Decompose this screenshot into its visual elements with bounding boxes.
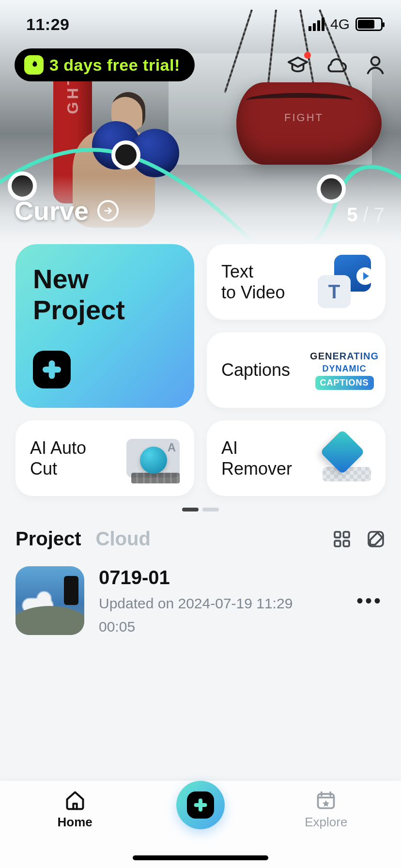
svg-point-3	[371, 57, 379, 65]
profile-button[interactable]	[364, 54, 386, 76]
free-trial-button[interactable]: 3 days free trial!	[15, 48, 195, 81]
text-to-video-button[interactable]: Text to Video T	[207, 244, 386, 320]
feature-counter-total: 7	[374, 204, 385, 225]
svg-rect-4	[335, 532, 340, 538]
feature-title: Curve	[15, 196, 89, 226]
nav-create-button[interactable]	[176, 781, 225, 829]
captions-label: Captions	[221, 359, 290, 380]
profile-icon	[364, 54, 386, 76]
project-thumbnail	[15, 566, 84, 635]
status-time: 11:29	[26, 15, 69, 34]
layout-grid-button[interactable]	[332, 529, 352, 549]
svg-rect-6	[335, 541, 340, 546]
svg-rect-7	[343, 541, 349, 546]
grid-icon	[332, 529, 352, 549]
free-trial-label: 3 days free trial!	[49, 56, 180, 75]
new-project-button[interactable]: New Project	[15, 244, 194, 408]
edit-button[interactable]	[366, 529, 386, 549]
battery-icon	[355, 17, 383, 31]
ai-remover-button[interactable]: AI Remover	[207, 420, 386, 496]
home-indicator[interactable]	[133, 855, 268, 860]
project-title: 0719-01	[99, 567, 339, 589]
tab-project[interactable]: Project	[15, 528, 81, 550]
tutorial-button[interactable]	[287, 54, 309, 76]
captions-thumb-icon: GENERATING DYNAMIC CAPTIONS	[318, 347, 371, 393]
text-to-video-thumb-icon: T	[318, 259, 371, 305]
arrow-right-icon[interactable]	[97, 200, 119, 221]
project-item[interactable]: 0719-01 Updated on 2024-07-19 11:29 00:0…	[15, 566, 386, 635]
page-indicator	[15, 508, 386, 512]
plus-icon	[187, 791, 214, 819]
text-to-video-label: Text to Video	[221, 261, 285, 303]
nav-explore[interactable]: Explore	[278, 790, 374, 830]
tab-cloud[interactable]: Cloud	[96, 528, 151, 550]
captions-button[interactable]: Captions GENERATING DYNAMIC CAPTIONS	[207, 332, 386, 408]
ai-auto-cut-label: AI Auto Cut	[30, 437, 86, 479]
signal-icon	[308, 17, 324, 31]
bottom-nav: Home Explore	[0, 781, 401, 868]
status-bar: 11:29 4G	[0, 0, 401, 44]
nav-home[interactable]: Home	[27, 790, 123, 830]
cloud-icon	[325, 54, 348, 76]
project-more-button[interactable]: •••	[354, 590, 386, 612]
notification-dot-icon	[304, 52, 311, 59]
project-duration: 00:05	[99, 619, 339, 635]
new-project-label: New Project	[33, 264, 177, 326]
svg-rect-5	[343, 532, 349, 538]
edit-icon	[366, 529, 386, 549]
explore-icon	[315, 790, 337, 811]
cloud-button[interactable]	[325, 54, 348, 76]
fire-icon	[24, 55, 44, 75]
ai-auto-cut-thumb-icon	[126, 435, 180, 481]
plus-icon	[33, 351, 71, 388]
feature-counter-current: 5	[347, 204, 357, 225]
feature-counter: 5 / 7	[347, 204, 385, 226]
network-label: 4G	[330, 16, 350, 32]
ai-auto-cut-button[interactable]: AI Auto Cut	[15, 420, 194, 496]
svg-point-1	[113, 142, 139, 168]
nav-explore-label: Explore	[305, 815, 347, 830]
punching-bag-label: FIGHT	[284, 111, 324, 124]
ai-remover-thumb-icon	[318, 435, 371, 481]
ai-remover-label: AI Remover	[221, 437, 292, 479]
project-updated: Updated on 2024-07-19 11:29	[99, 595, 339, 612]
home-icon	[64, 790, 86, 811]
nav-home-label: Home	[58, 815, 93, 830]
